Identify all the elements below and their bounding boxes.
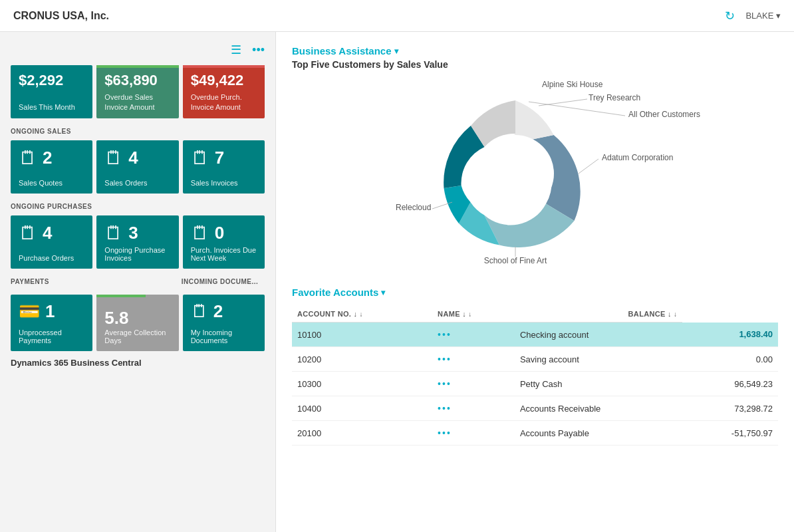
kpi-overdue-sales[interactable]: $63,890 Overdue Sales Invoice Amount — [96, 65, 178, 118]
my-incoming-docs-top: 🗒 2 — [191, 301, 257, 322]
cell-name: Accounts Payable — [515, 421, 682, 446]
accounts-table-head: ACCOUNT NO. ↓ NAME ↓ BALANCE ↓ — [292, 306, 778, 323]
ongoing-purchase-invoices-tile[interactable]: 🗒 3 Ongoing Purchase Invoices — [96, 215, 178, 269]
refresh-icon[interactable]: ↻ — [725, 9, 735, 23]
left-panel: ☰ ••• $2,292 Sales This Month $63,890 Ov… — [0, 32, 276, 532]
cell-account-no: 10400 — [292, 396, 432, 421]
cell-account-no: 10100 — [292, 323, 432, 347]
my-incoming-docs-label: My Incoming Documents — [191, 329, 257, 344]
sales-orders-top: 🗒 4 — [104, 147, 170, 169]
purchase-orders-label: Purchase Orders — [19, 254, 84, 262]
kpi-overdue-purch[interactable]: $49,422 Overdue Purch. Invoice Amount — [183, 65, 265, 118]
ongoing-purchase-invoices-icon: 🗒 — [104, 222, 123, 244]
unprocessed-payments-label: Unprocessed Payments — [19, 329, 84, 344]
panel-toolbar: ☰ ••• — [11, 43, 265, 57]
user-menu[interactable]: BLAKE — [745, 11, 781, 21]
kpi-overdue-sales-label: Overdue Sales Invoice Amount — [104, 92, 170, 112]
favorite-accounts-header: Favorite Accounts — [292, 287, 778, 298]
payments-section-label: PAYMENTS — [11, 278, 178, 285]
ongoing-purchases-label: ONGOING PURCHASES — [11, 203, 265, 210]
table-row: 10200 ••• Saving account 0.00 — [292, 347, 778, 372]
business-assistance-link[interactable]: Business Assistance — [292, 45, 398, 57]
chart-container: Adatum Corporation All Other Customers T… — [292, 80, 778, 267]
ongoing-purchase-invoices-count: 3 — [128, 223, 138, 243]
cell-account-no: 10200 — [292, 347, 432, 372]
kpi-overdue-sales-value: $63,890 — [104, 72, 170, 89]
cell-account-no: 10300 — [292, 372, 432, 396]
cell-balance: 0.00 — [682, 347, 778, 372]
svg-line-1 — [529, 102, 625, 116]
sales-orders-tile[interactable]: 🗒 4 Sales Orders — [96, 140, 178, 194]
label-adatum: Adatum Corporation — [602, 153, 673, 162]
accounts-table-body: 10100 ••• Checking account 1,638.40 1020… — [292, 323, 778, 446]
main-content: ☰ ••• $2,292 Sales This Month $63,890 Ov… — [0, 32, 794, 532]
kpi-overdue-purch-value: $49,422 — [191, 72, 257, 89]
purchase-orders-count: 4 — [43, 223, 52, 243]
avg-collection-tile[interactable]: 5.8 Average Collection Days — [96, 295, 178, 351]
cell-dot-menu: ••• — [432, 396, 515, 421]
ongoing-purchases-row: 🗒 4 Purchase Orders 🗒 3 Ongoing Purchase… — [11, 215, 265, 269]
cell-balance: 96,549.23 — [682, 372, 778, 396]
table-row: 20100 ••• Accounts Payable -51,750.97 — [292, 421, 778, 446]
col-account-no[interactable]: ACCOUNT NO. ↓ — [292, 306, 432, 323]
sales-quotes-top: 🗒 2 — [19, 147, 84, 169]
purchase-orders-top: 🗒 4 — [19, 222, 84, 244]
kpi-bar-green — [96, 65, 178, 68]
kpi-sales-month[interactable]: $2,292 Sales This Month — [11, 65, 92, 118]
donut-hole — [477, 135, 554, 212]
purchase-orders-tile[interactable]: 🗒 4 Purchase Orders — [11, 215, 92, 269]
header-right: ↻ BLAKE — [725, 9, 781, 23]
sales-orders-icon: 🗒 — [104, 147, 123, 169]
cell-balance: 73,298.72 — [682, 396, 778, 421]
purch-invoices-due-tile[interactable]: 🗒 0 Purch. Invoices Due Next Week — [183, 215, 265, 269]
sales-invoices-icon: 🗒 — [191, 147, 209, 169]
unprocessed-payments-tile[interactable]: 💳 1 Unprocessed Payments — [11, 295, 92, 351]
incoming-doc-icon: 🗒 — [191, 301, 208, 322]
label-relecloud: Relecloud — [396, 203, 431, 212]
label-alpine: Alpine Ski House — [542, 80, 603, 89]
sales-invoices-top: 🗒 7 — [191, 147, 257, 169]
ongoing-purchase-invoices-label: Ongoing Purchase Invoices — [104, 246, 170, 262]
sales-invoices-count: 7 — [215, 148, 224, 168]
svg-line-0 — [579, 159, 598, 174]
payments-row: 💳 1 Unprocessed Payments 5.8 Average Col… — [11, 295, 265, 351]
sales-invoices-tile[interactable]: 🗒 7 Sales Invoices — [183, 140, 265, 194]
label-other: All Other Customers — [628, 110, 700, 119]
cell-account-no: 20100 — [292, 421, 432, 446]
unprocessed-payments-count: 1 — [45, 301, 55, 322]
cell-dot-menu: ••• — [432, 372, 515, 396]
accounts-table: ACCOUNT NO. ↓ NAME ↓ BALANCE ↓ 10100 •••… — [292, 306, 778, 446]
col-name[interactable]: NAME ↓ — [432, 306, 515, 323]
purch-invoices-due-count: 0 — [215, 223, 224, 243]
purch-invoices-due-icon: 🗒 — [191, 222, 209, 244]
donut-chart: Adatum Corporation All Other Customers T… — [342, 80, 728, 267]
kpi-bar-red — [183, 65, 265, 68]
payment-icon: 💳 — [19, 301, 40, 322]
my-incoming-docs-tile[interactable]: 🗒 2 My Incoming Documents — [183, 295, 265, 351]
table-row: 10400 ••• Accounts Receivable 73,298.72 — [292, 396, 778, 421]
cell-name: Checking account — [515, 323, 682, 347]
collection-progress-bar — [96, 295, 146, 297]
company-name: CRONUS USA, Inc. — [13, 10, 109, 22]
ongoing-sales-label: ONGOING SALES — [11, 128, 265, 135]
payments-incoming-labels: PAYMENTS INCOMING DOCUME... — [11, 278, 265, 291]
cell-balance: -51,750.97 — [682, 421, 778, 446]
more-options-icon[interactable]: ••• — [252, 43, 265, 57]
sales-quotes-label: Sales Quotes — [19, 179, 84, 187]
label-school: School of Fine Art — [483, 256, 547, 265]
cell-dot-menu: ••• — [432, 323, 515, 347]
favorite-accounts-link[interactable]: Favorite Accounts — [292, 287, 385, 298]
kpi-row: $2,292 Sales This Month $63,890 Overdue … — [11, 65, 265, 118]
cell-name: Petty Cash — [515, 372, 682, 396]
avg-collection-value: 5.8 — [104, 308, 170, 329]
table-row: 10100 ••• Checking account 1,638.40 — [292, 323, 778, 347]
sales-quotes-tile[interactable]: 🗒 2 Sales Quotes — [11, 140, 92, 194]
purch-invoices-due-label: Purch. Invoices Due Next Week — [191, 246, 257, 262]
header: CRONUS USA, Inc. ↻ BLAKE — [0, 0, 794, 32]
ongoing-sales-row: 🗒 2 Sales Quotes 🗒 4 Sales Orders 🗒 7 — [11, 140, 265, 194]
hamburger-icon[interactable]: ☰ — [231, 43, 241, 57]
label-trey: Trey Research — [589, 93, 640, 102]
cell-name: Accounts Receivable — [515, 396, 682, 421]
col-balance[interactable]: BALANCE ↓ — [515, 306, 682, 323]
sales-quotes-count: 2 — [43, 148, 52, 168]
